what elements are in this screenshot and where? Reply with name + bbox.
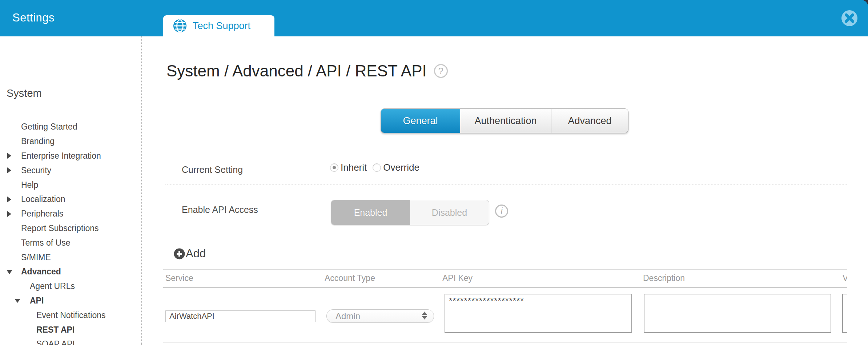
sidebar-nav: Getting Started Branding Enterprise Inte… [0,120,141,345]
description-textarea[interactable] [644,294,831,333]
tab-general[interactable]: General [381,109,460,133]
sidebar-item-security[interactable]: Security [0,163,141,178]
sidebar-item-report-subscriptions[interactable]: Report Subscriptions [0,221,141,236]
radio-inherit[interactable]: Inherit [330,162,367,173]
dotted-separator [165,185,847,185]
sidebar-item-rest-api[interactable]: REST API [0,322,141,337]
radio-dot [333,166,336,169]
info-icon[interactable]: i [495,205,508,218]
sidebar-item-agent-urls[interactable]: Agent URLs [0,279,141,294]
enable-api-access-label: Enable API Access [182,205,258,215]
tab-advanced[interactable]: Advanced [551,109,628,133]
settings-sidebar: System Getting Started Branding Enterpri… [0,36,142,345]
plus-icon [174,248,185,259]
sidebar-item-enterprise-integration[interactable]: Enterprise Integration [0,149,141,163]
chevron-right-icon[interactable] [7,167,11,173]
truncated-column-textarea[interactable] [842,294,847,333]
add-button-label: Add [186,247,206,260]
api-key-textarea[interactable]: ******************** [445,294,632,333]
chevron-right-icon[interactable] [7,211,11,217]
column-header-account-type: Account Type [325,273,375,283]
select-stepper-icon [422,312,427,320]
chevron-right-icon[interactable] [7,153,11,159]
sidebar-item-localization[interactable]: Localization [0,192,141,207]
settings-modal: Settings Tech Support System Getting Sta… [0,0,868,345]
radio-icon[interactable] [330,163,338,172]
sidebar-item-help[interactable]: Help [0,178,141,192]
settings-header: Settings Tech Support [0,0,868,36]
account-type-value: Admin [335,311,360,321]
sidebar-item-event-notifications[interactable]: Event Notifications [0,308,141,322]
column-header-service: Service [165,273,193,283]
sidebar-item-soap-api[interactable]: SOAP API [0,337,141,345]
sidebar-item-getting-started[interactable]: Getting Started [0,120,141,134]
settings-tab-group: General Authentication Advanced [381,109,628,133]
help-icon[interactable]: ? [434,64,448,78]
service-input[interactable] [165,310,316,322]
sidebar-item-advanced[interactable]: Advanced [0,265,141,279]
separator-line [163,269,847,270]
toggle-enabled[interactable]: Enabled [331,200,410,225]
chevron-down-icon[interactable] [15,299,20,303]
sidebar-item-branding[interactable]: Branding [0,134,141,149]
table-bottom-line [163,342,847,342]
column-header-api-key: API Key [442,273,473,283]
sidebar-section-title: System [7,87,42,99]
api-services-table: Service Account Type API Key Description… [163,271,847,345]
column-header-description: Description [643,273,685,283]
chevron-right-icon[interactable] [7,197,11,202]
sidebar-item-peripherals[interactable]: Peripherals [0,207,141,221]
main-content: System / Advanced / API / REST API ? Gen… [142,36,868,345]
add-button[interactable]: Add [174,247,206,260]
table-header-underline [163,287,847,288]
toggle-disabled[interactable]: Disabled [410,200,489,225]
account-type-select[interactable]: Admin [326,309,434,323]
chevron-down-icon[interactable] [7,270,12,274]
sidebar-item-terms-of-use[interactable]: Terms of Use [0,235,141,250]
tab-tech-support[interactable]: Tech Support [163,15,274,36]
sidebar-item-api[interactable]: API [0,294,141,308]
settings-title: Settings [12,11,55,24]
current-setting-radio-group: Inherit Override [330,162,425,173]
tab-authentication[interactable]: Authentication [460,109,551,133]
radio-icon[interactable] [373,163,381,172]
sidebar-item-smime[interactable]: S/MIME [0,250,141,265]
current-setting-label: Current Setting [182,164,243,175]
globe-icon [173,19,187,33]
page-title: System / Advanced / API / REST API [166,62,427,80]
tab-tech-support-label: Tech Support [193,20,250,32]
radio-override[interactable]: Override [373,162,419,173]
close-icon[interactable] [841,10,858,27]
enable-api-access-toggle: Enabled Disabled [331,200,489,225]
column-header-truncated: V [843,273,847,283]
